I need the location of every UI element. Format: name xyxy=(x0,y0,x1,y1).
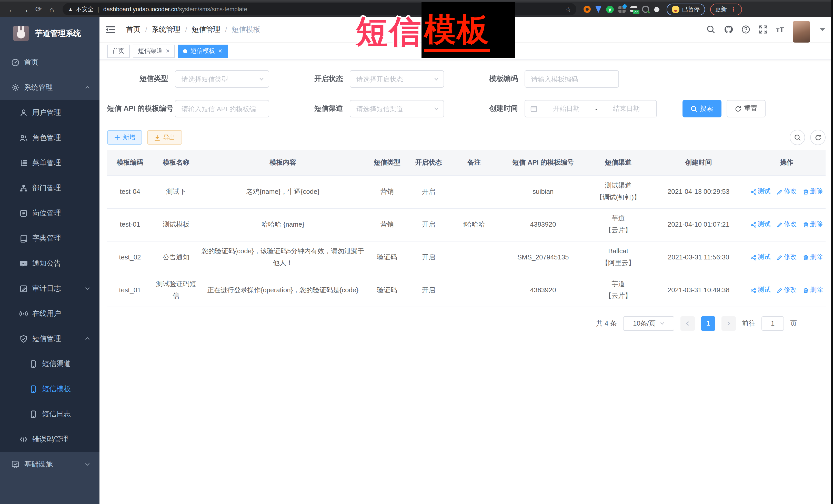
extensions-puzzle-icon[interactable]: ⬣ xyxy=(654,5,662,13)
next-page-button[interactable] xyxy=(721,316,736,331)
update-chip[interactable]: 更新 ⋮ xyxy=(710,3,742,15)
api-template-id-input[interactable] xyxy=(175,100,269,117)
sidebar-item-roles[interactable]: 角色管理 xyxy=(0,125,99,150)
extension-pin-icon[interactable] xyxy=(595,6,601,13)
sidebar-item-error-code[interactable]: 错误码管理 xyxy=(0,427,99,452)
breadcrumb-sms[interactable]: 短信管理 xyxy=(192,25,220,34)
extension-grid-icon[interactable] xyxy=(618,6,625,13)
share-icon xyxy=(751,287,756,293)
forward-icon[interactable]: → xyxy=(19,5,32,14)
sidebar-item-dict[interactable]: 字典管理 xyxy=(0,225,99,251)
sms-type-label: 短信类型 xyxy=(107,74,175,83)
goto-page-input[interactable] xyxy=(761,316,784,331)
back-icon[interactable]: ← xyxy=(5,5,19,14)
sidebar-item-sms-channel[interactable]: 短信渠道 xyxy=(0,351,99,376)
chevron-down-icon xyxy=(85,286,90,291)
close-icon[interactable]: ✕ xyxy=(166,48,170,54)
sidebar-item-sms[interactable]: 短信管理 xyxy=(0,326,99,351)
delete-link[interactable]: 删除 xyxy=(803,285,823,296)
tab-home[interactable]: 首页 xyxy=(107,44,130,58)
test-link[interactable]: 测试 xyxy=(751,219,770,230)
test-link[interactable]: 测试 xyxy=(751,252,770,263)
app-logo-row[interactable]: 芋道管理系统 xyxy=(0,17,99,50)
font-size-icon[interactable]: тT xyxy=(776,25,784,33)
bookmark-star-icon[interactable]: ☆ xyxy=(565,5,571,13)
total-count: 共 4 条 xyxy=(596,319,617,328)
show-search-button[interactable] xyxy=(790,130,805,145)
edit-link[interactable]: 修改 xyxy=(777,219,796,230)
pagination: 共 4 条 10条/页 1 前往 页 xyxy=(107,316,797,331)
page-size-select[interactable]: 10条/页 xyxy=(623,316,674,331)
sidebar-item-home[interactable]: 首页 xyxy=(0,50,99,75)
template-code-input[interactable] xyxy=(525,70,619,88)
help-icon[interactable] xyxy=(741,25,750,34)
page-number-active[interactable]: 1 xyxy=(701,316,715,331)
github-icon[interactable] xyxy=(724,25,733,34)
breadcrumb-system[interactable]: 系统管理 xyxy=(152,25,181,34)
home-icon[interactable]: ⌂ xyxy=(45,5,58,14)
tab-sms-template[interactable]: 短信模板✕ xyxy=(178,44,228,58)
test-link[interactable]: 测试 xyxy=(751,186,770,197)
sidebar-item-notice[interactable]: 通知公告 xyxy=(0,251,99,276)
edit-link[interactable]: 修改 xyxy=(777,285,796,296)
sidebar-item-sms-log[interactable]: 短信日志 xyxy=(0,402,99,427)
prev-page-button[interactable] xyxy=(681,316,695,331)
status-select[interactable] xyxy=(350,70,444,88)
breadcrumb-home[interactable]: 首页 xyxy=(126,25,141,34)
phone-icon xyxy=(29,385,38,393)
profile-paused-chip[interactable]: 已暂停 xyxy=(667,3,705,15)
sidebar-item-online-users[interactable]: 在线用户 xyxy=(0,301,99,326)
reset-button[interactable]: 重置 xyxy=(727,100,766,117)
sidebar-item-system[interactable]: 系统管理 xyxy=(0,75,99,100)
org-tree-icon xyxy=(20,184,28,192)
browser-menu-icon[interactable]: ⋮ xyxy=(731,6,737,13)
user-avatar[interactable] xyxy=(793,21,810,42)
delete-link[interactable]: 删除 xyxy=(803,186,823,197)
sidebar-item-posts[interactable]: 岗位管理 xyxy=(0,200,99,225)
close-icon[interactable]: ✕ xyxy=(218,48,222,54)
channel-select[interactable] xyxy=(350,100,444,117)
sidebar-item-audit-log[interactable]: 审计日志 xyxy=(0,276,99,301)
tab-sms-channel[interactable]: 短信渠道✕ xyxy=(133,44,175,58)
delete-link[interactable]: 删除 xyxy=(803,219,823,230)
extension-adblock-on-icon[interactable] xyxy=(630,6,637,12)
phone-icon xyxy=(29,410,38,418)
update-label: 更新 xyxy=(715,5,727,13)
scrollbar-edge[interactable] xyxy=(831,0,833,504)
chevron-down-icon xyxy=(434,106,439,111)
edit-link[interactable]: 修改 xyxy=(777,252,796,263)
plus-icon xyxy=(114,134,120,141)
sidebar-item-menus[interactable]: 菜单管理 xyxy=(0,150,99,175)
edit-link[interactable]: 修改 xyxy=(777,186,796,197)
sidebar-item-users[interactable]: 用户管理 xyxy=(0,100,99,125)
fullscreen-icon[interactable] xyxy=(759,25,767,34)
export-button[interactable]: 导出 xyxy=(147,130,182,145)
browser-toolbar: ← → ⟳ ⌂ ▲ 不安全 | dashboard.yudao.iocoder.… xyxy=(0,0,833,17)
pen-icon xyxy=(777,255,782,260)
share-icon xyxy=(751,255,756,260)
reload-icon[interactable]: ⟳ xyxy=(32,5,45,14)
sidebar-item-depts[interactable]: 部门管理 xyxy=(0,175,99,200)
delete-link[interactable]: 删除 xyxy=(803,252,823,263)
calendar-icon xyxy=(530,105,538,112)
address-bar[interactable]: ▲ 不安全 | dashboard.yudao.iocoder.cn/syste… xyxy=(63,3,576,16)
test-link[interactable]: 测试 xyxy=(751,285,770,296)
search-button[interactable]: 搜索 xyxy=(683,100,721,117)
message-icon xyxy=(20,259,28,267)
sms-type-select[interactable] xyxy=(175,70,269,88)
search-icon[interactable] xyxy=(706,25,715,34)
caret-down-icon[interactable] xyxy=(820,28,825,31)
extension-magnifier-icon[interactable] xyxy=(642,6,649,13)
start-date-placeholder: 开始日期 xyxy=(542,104,591,113)
extension-ring-icon[interactable] xyxy=(584,6,591,13)
sidebar-item-sms-template[interactable]: 短信模板 xyxy=(0,376,99,402)
collapse-sidebar-icon[interactable] xyxy=(105,25,115,33)
sidebar-item-infra[interactable]: 基础设施 xyxy=(0,452,99,477)
chevron-down-icon xyxy=(434,76,439,81)
date-range-picker[interactable]: 开始日期 - 结束日期 xyxy=(525,100,657,117)
signal-icon xyxy=(20,309,28,318)
extension-y-icon[interactable]: y xyxy=(606,5,614,13)
channel-label: 短信渠道 xyxy=(282,104,350,113)
add-button[interactable]: 新增 xyxy=(107,130,142,145)
refresh-table-button[interactable] xyxy=(810,130,826,145)
